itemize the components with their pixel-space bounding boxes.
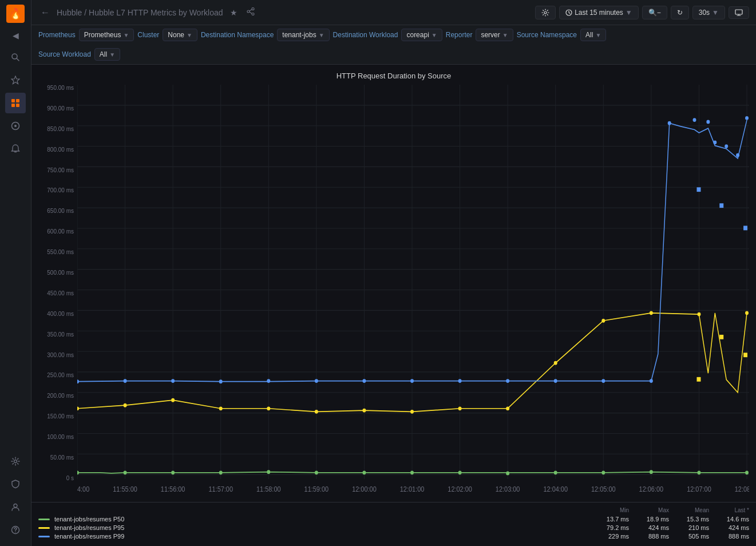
refresh-interval-button[interactable]: 30s ▼ bbox=[692, 6, 725, 19]
back-button[interactable]: ← bbox=[38, 5, 52, 20]
p95-dot bbox=[219, 406, 223, 410]
datasource-dropdown[interactable]: Prometheus ▼ bbox=[79, 29, 134, 41]
source-workload-value: All bbox=[100, 50, 107, 58]
tv-mode-button[interactable] bbox=[729, 6, 749, 19]
y-label-16: 150.00 ms bbox=[38, 413, 77, 420]
x-label-1: 11:55:00 bbox=[113, 485, 137, 493]
p50-dot bbox=[697, 470, 700, 474]
dest-workload-dropdown[interactable]: coreapi ▼ bbox=[401, 29, 442, 41]
p50-dot bbox=[315, 470, 318, 474]
source-namespace-chevron: ▼ bbox=[595, 32, 601, 38]
p50-last: 14.6 ms bbox=[709, 516, 749, 523]
p95-color-indicator bbox=[38, 527, 50, 529]
p50-min: 13.7 ms bbox=[589, 516, 629, 523]
chart-svg: 11:54:00 11:55:00 11:56:00 11:57:00 11:5… bbox=[77, 85, 749, 495]
cluster-chevron: ▼ bbox=[187, 32, 192, 38]
legend-row-p99[interactable]: tenant-jobs/resumes P99 229 ms 888 ms 50… bbox=[38, 533, 749, 540]
p95-dot bbox=[77, 406, 79, 410]
last-label: Last * bbox=[745, 494, 749, 495]
chart-container: HTTP Request Duration by Source 950.00 m… bbox=[31, 65, 756, 502]
sidebar-item-shield[interactable] bbox=[5, 474, 26, 494]
p99-dot bbox=[668, 121, 671, 125]
y-label-1: 900.00 ms bbox=[38, 105, 77, 112]
svg-line-17 bbox=[250, 10, 252, 11]
min-label: Min bbox=[643, 494, 652, 495]
x-label-12: 12:06:00 bbox=[639, 485, 664, 493]
p99-square bbox=[743, 225, 747, 230]
p95-dot bbox=[697, 312, 700, 316]
source-workload-chevron: ▼ bbox=[109, 52, 115, 58]
legend-row-p50[interactable]: tenant-jobs/resumes P50 13.7 ms 18.9 ms … bbox=[38, 516, 749, 523]
p99-dot bbox=[725, 144, 728, 148]
legend-col-max: Max bbox=[629, 507, 669, 513]
y-label-19: 0 s bbox=[38, 475, 77, 481]
x-label-11: 12:05:00 bbox=[591, 485, 616, 493]
mean-label: Mean bbox=[717, 494, 731, 495]
y-axis: 950.00 ms 900.00 ms 850.00 ms 800.00 ms … bbox=[38, 85, 77, 495]
p50-dot bbox=[554, 470, 557, 474]
sidebar-item-help[interactable] bbox=[5, 520, 26, 540]
p50-dot bbox=[77, 470, 79, 474]
share-icon[interactable] bbox=[244, 6, 257, 18]
sidebar-item-explore[interactable] bbox=[5, 116, 26, 136]
p99-dot bbox=[267, 379, 270, 383]
sidebar-toggle[interactable]: ◀ bbox=[7, 27, 23, 43]
legend-col-last: Last * bbox=[709, 507, 749, 513]
sidebar-item-search[interactable] bbox=[5, 47, 26, 68]
sidebar-item-settings[interactable] bbox=[5, 451, 26, 472]
sidebar-item-user[interactable] bbox=[5, 497, 26, 517]
reporter-chevron: ▼ bbox=[502, 32, 508, 38]
p50-max: 18.9 ms bbox=[629, 516, 669, 523]
y-label-7: 600.00 ms bbox=[38, 228, 77, 235]
y-label-17: 100.00 ms bbox=[38, 434, 77, 440]
grafana-logo[interactable]: 🔥 bbox=[6, 5, 25, 23]
p95-dot bbox=[554, 361, 557, 365]
y-label-10: 450.00 ms bbox=[38, 290, 77, 296]
sidebar-item-dashboards[interactable] bbox=[5, 93, 26, 113]
refresh-button[interactable]: ↻ bbox=[671, 6, 689, 19]
zoom-out-button[interactable]: 🔍− bbox=[642, 6, 667, 19]
cluster-dropdown[interactable]: None ▼ bbox=[163, 29, 197, 41]
p99-dot bbox=[601, 379, 605, 383]
sidebar-item-starred[interactable] bbox=[5, 70, 26, 90]
p95-min: 79.2 ms bbox=[589, 524, 629, 531]
star-icon[interactable]: ★ bbox=[228, 7, 240, 18]
p99-dot bbox=[171, 379, 175, 383]
p50-dot bbox=[362, 470, 366, 474]
refresh-interval-label: 30s bbox=[699, 9, 710, 17]
time-range-button[interactable]: Last 15 minutes ▼ bbox=[559, 6, 639, 19]
p50-dot bbox=[410, 470, 414, 474]
topbar-right: Last 15 minutes ▼ 🔍− ↻ 30s ▼ bbox=[535, 6, 749, 19]
p99-min: 229 ms bbox=[589, 533, 629, 540]
cluster-label: Cluster bbox=[137, 31, 159, 39]
p50-label: tenant-jobs/resumes P50 bbox=[54, 516, 584, 523]
dest-workload-chevron: ▼ bbox=[432, 32, 437, 38]
p50-dot bbox=[601, 470, 605, 474]
svg-rect-21 bbox=[735, 10, 742, 14]
dest-namespace-value: tenant-jobs bbox=[282, 31, 316, 39]
x-label-14: 12:08:00 bbox=[735, 485, 749, 493]
p99-dot bbox=[713, 140, 717, 144]
legend-row-p95[interactable]: tenant-jobs/resumes P95 79.2 ms 424 ms 2… bbox=[38, 524, 749, 531]
y-label-14: 250.00 ms bbox=[38, 372, 77, 378]
source-namespace-dropdown[interactable]: All ▼ bbox=[580, 29, 606, 41]
datasource-label[interactable]: Prometheus bbox=[38, 31, 76, 39]
svg-point-19 bbox=[544, 11, 547, 14]
y-label-4: 750.00 ms bbox=[38, 167, 77, 173]
settings-button[interactable] bbox=[535, 6, 556, 19]
p99-dot bbox=[554, 379, 557, 383]
reporter-dropdown[interactable]: server ▼ bbox=[476, 29, 513, 41]
y-label-9: 500.00 ms bbox=[38, 270, 77, 276]
source-workload-label[interactable]: Source Workload bbox=[38, 50, 91, 58]
p50-dot bbox=[219, 470, 223, 474]
sidebar-item-alerting[interactable] bbox=[5, 139, 26, 159]
dest-namespace-dropdown[interactable]: tenant-jobs ▼ bbox=[277, 29, 329, 41]
x-label-0: 11:54:00 bbox=[77, 485, 90, 493]
svg-rect-5 bbox=[11, 104, 15, 107]
y-label-3: 800.00 ms bbox=[38, 147, 77, 153]
source-workload-dropdown[interactable]: All ▼ bbox=[94, 48, 120, 61]
p99-dot bbox=[745, 116, 749, 120]
svg-rect-6 bbox=[16, 104, 19, 107]
p50-color-indicator bbox=[38, 519, 50, 520]
x-label-5: 11:59:00 bbox=[304, 485, 329, 493]
